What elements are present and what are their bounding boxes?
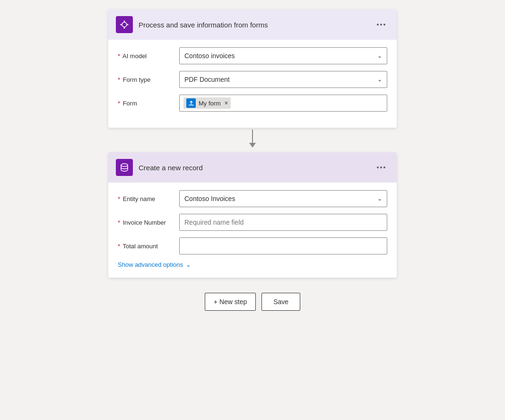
- connector-line: [252, 130, 253, 143]
- form-type-chevron: ⌄: [377, 76, 382, 83]
- form-row: * Form My form: [118, 95, 387, 112]
- svg-point-3: [121, 24, 122, 26]
- card1-body: * AI model Contoso invoices ⌄ * Form typ…: [108, 40, 397, 128]
- ai-model-required: *: [118, 52, 120, 60]
- entity-name-dropdown[interactable]: Contoso Invoices ⌄: [179, 190, 387, 207]
- entity-name-row: * Entity name Contoso Invoices ⌄: [118, 190, 387, 207]
- invoice-number-label: * Invoice Number: [118, 219, 179, 226]
- show-advanced-options[interactable]: Show advanced options ⌄: [118, 261, 387, 268]
- svg-point-2: [124, 27, 125, 29]
- connector-arrowhead: [249, 143, 256, 148]
- svg-point-1: [124, 21, 125, 22]
- card2-header: Create a new record: [108, 152, 397, 183]
- new-step-button[interactable]: + New step: [205, 293, 256, 311]
- entity-name-control: Contoso Invoices ⌄: [179, 190, 387, 207]
- form-tag-icon: [186, 98, 196, 108]
- invoice-number-required: *: [118, 219, 120, 226]
- entity-name-label: * Entity name: [118, 195, 179, 202]
- card-process-forms: Process and save information from forms …: [108, 9, 397, 128]
- entity-name-chevron: ⌄: [377, 195, 382, 202]
- dot1: [377, 24, 379, 26]
- card2-menu-button[interactable]: [373, 164, 389, 171]
- total-amount-required: *: [118, 243, 120, 250]
- form-type-control: PDF Document ⌄: [179, 71, 387, 88]
- invoice-number-row: * Invoice Number: [118, 214, 387, 231]
- dot5: [380, 166, 382, 168]
- total-amount-control: [179, 237, 387, 254]
- card1-icon: [116, 16, 133, 33]
- form-label: * Form: [118, 100, 179, 107]
- svg-point-0: [122, 22, 127, 27]
- bottom-actions: + New step Save: [205, 293, 300, 311]
- new-step-label: + New step: [214, 298, 247, 306]
- advanced-options-chevron: ⌄: [186, 261, 191, 268]
- dot2: [380, 24, 382, 26]
- form-type-row: * Form type PDF Document ⌄: [118, 71, 387, 88]
- save-button[interactable]: Save: [261, 293, 300, 311]
- entity-name-required: *: [118, 195, 120, 202]
- form-tag-close[interactable]: ×: [225, 100, 228, 106]
- ai-model-label: * AI model: [118, 52, 179, 60]
- connector-arrow: [249, 130, 256, 150]
- card1-menu-button[interactable]: [373, 21, 389, 28]
- ai-model-control: Contoso invoices ⌄: [179, 47, 387, 64]
- card2-title: Create a new record: [139, 164, 373, 172]
- ai-model-dropdown[interactable]: Contoso invoices ⌄: [179, 47, 387, 64]
- form-tag-label: My form: [199, 100, 221, 107]
- save-label: Save: [273, 298, 288, 306]
- card1-title: Process and save information from forms: [139, 21, 373, 29]
- form-type-value: PDF Document: [184, 76, 377, 83]
- dot3: [383, 24, 385, 26]
- total-amount-input[interactable]: [179, 237, 387, 254]
- invoice-number-control: [179, 214, 387, 231]
- card1-header: Process and save information from forms: [108, 9, 397, 40]
- form-type-dropdown[interactable]: PDF Document ⌄: [179, 71, 387, 88]
- invoice-number-input[interactable]: [179, 214, 387, 231]
- total-amount-label: * Total amount: [118, 243, 179, 250]
- total-amount-row: * Total amount: [118, 237, 387, 254]
- card-create-record: Create a new record * Entity name Contos…: [108, 152, 397, 278]
- dot4: [377, 166, 379, 168]
- svg-point-4: [127, 24, 129, 26]
- svg-point-9: [121, 164, 128, 166]
- advanced-options-label: Show advanced options: [118, 261, 183, 268]
- form-control: My form ×: [179, 95, 387, 112]
- dot6: [383, 166, 385, 168]
- card2-body: * Entity name Contoso Invoices ⌄ * Invoi…: [108, 183, 397, 278]
- form-type-label: * Form type: [118, 76, 179, 83]
- ai-model-value: Contoso invoices: [184, 52, 377, 60]
- card2-icon: [116, 159, 133, 176]
- form-required: *: [118, 100, 120, 107]
- form-tag: My form ×: [183, 97, 231, 109]
- entity-name-value: Contoso Invoices: [184, 195, 377, 202]
- form-tag-input[interactable]: My form ×: [179, 95, 387, 112]
- form-type-required: *: [118, 76, 120, 83]
- ai-model-row: * AI model Contoso invoices ⌄: [118, 47, 387, 64]
- ai-model-chevron: ⌄: [377, 52, 382, 59]
